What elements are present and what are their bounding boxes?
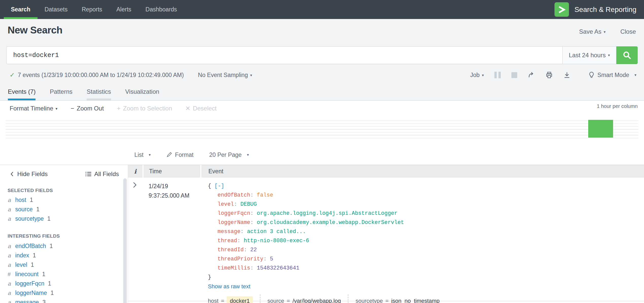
nav-item-alerts[interactable]: Alerts bbox=[109, 0, 138, 19]
summary-host-value[interactable]: docker1 bbox=[227, 296, 253, 303]
field-type-a: a bbox=[8, 262, 15, 268]
brush-icon bbox=[166, 152, 172, 158]
json-key[interactable]: threadId bbox=[218, 247, 244, 253]
check-icon: ✓ bbox=[10, 71, 15, 79]
field-item-endofbatch[interactable]: aendOfBatch1 bbox=[8, 241, 123, 251]
field-item-level[interactable]: alevel1 bbox=[8, 260, 123, 270]
field-item-source[interactable]: asource1 bbox=[8, 205, 123, 214]
field-type-a: a bbox=[8, 216, 15, 222]
printer-icon bbox=[546, 71, 553, 79]
json-value[interactable]: action 3 called... bbox=[247, 229, 306, 235]
json-collapse-toggle[interactable]: [-] bbox=[214, 183, 224, 189]
event-sampling-dropdown[interactable]: No Event Sampling▾ bbox=[198, 72, 252, 79]
field-item-loggerfqcn[interactable]: aloggerFqcn1 bbox=[8, 279, 123, 288]
results-toolbar: List▾ Format 20 Per Page▾ bbox=[134, 148, 249, 161]
time-range-picker[interactable]: Last 24 hours▾ bbox=[563, 46, 616, 64]
download-icon bbox=[563, 71, 570, 79]
caret-down-icon: ▾ bbox=[604, 30, 606, 34]
show-raw-text-link[interactable]: Show as raw text bbox=[208, 283, 639, 290]
timeline-controls: Format Timeline▾ −Zoom Out +Zoom to Sele… bbox=[0, 101, 644, 118]
stop-job-button[interactable] bbox=[511, 72, 517, 78]
tab-patterns[interactable]: Patterns bbox=[50, 88, 72, 100]
json-key[interactable]: timeMillis bbox=[218, 265, 250, 271]
json-value[interactable]: 1548322643641 bbox=[257, 265, 299, 271]
events-timeline-chart[interactable] bbox=[6, 119, 638, 141]
nav-item-dashboards[interactable]: Dashboards bbox=[138, 0, 184, 19]
app-brand[interactable]: Search & Reporting bbox=[554, 0, 644, 19]
pause-job-button[interactable] bbox=[494, 72, 501, 78]
job-menu[interactable]: Job▾ bbox=[470, 72, 484, 79]
per-page-dropdown[interactable]: 20 Per Page▾ bbox=[209, 152, 249, 158]
field-item-host[interactable]: ahost1 bbox=[8, 195, 123, 205]
app-nav-bar: Search Datasets Reports Alerts Dashboard… bbox=[0, 0, 644, 19]
minus-icon: − bbox=[71, 105, 74, 112]
tab-visualization[interactable]: Visualization bbox=[125, 88, 159, 100]
close-button[interactable]: Close bbox=[620, 28, 636, 35]
json-key[interactable]: endOfBatch bbox=[218, 192, 250, 198]
json-value[interactable]: DEBUG bbox=[240, 201, 257, 207]
json-value[interactable]: org.cloudacademy.example.webapp.DockerSe… bbox=[257, 219, 404, 225]
json-value[interactable]: false bbox=[257, 192, 273, 198]
search-button[interactable] bbox=[616, 46, 638, 64]
fields-sidebar: Hide Fields All Fields SELECTED FIELDS a… bbox=[0, 165, 128, 303]
column-header-time: Time bbox=[144, 165, 200, 178]
chevron-right-icon bbox=[132, 182, 137, 188]
caret-down-icon: ▾ bbox=[482, 73, 484, 78]
x-icon: ✕ bbox=[185, 105, 190, 112]
search-mode-dropdown[interactable]: Smart Mode▾ bbox=[589, 72, 636, 79]
all-fields-button[interactable]: All Fields bbox=[85, 171, 119, 178]
fields-scrollbar[interactable] bbox=[123, 178, 127, 303]
expand-event-button[interactable] bbox=[132, 182, 137, 188]
json-value[interactable]: http-nio-8080-exec-6 bbox=[244, 238, 309, 244]
json-key[interactable]: loggerName bbox=[218, 219, 250, 225]
timeline-event-bar[interactable] bbox=[588, 120, 613, 138]
field-item-linecount[interactable]: #linecount1 bbox=[8, 270, 123, 279]
json-value[interactable]: 22 bbox=[250, 247, 257, 253]
summary-sourcetype-value[interactable]: json_no_timestamp bbox=[391, 298, 440, 303]
save-as-button[interactable]: Save As▾ bbox=[579, 28, 606, 35]
nav-item-datasets[interactable]: Datasets bbox=[38, 0, 75, 19]
events-table: i Time Event 1/24/19 9:37:25.000 AM { [-… bbox=[128, 165, 644, 303]
field-item-message[interactable]: amessage3 bbox=[8, 298, 123, 303]
json-key[interactable]: level bbox=[218, 201, 234, 207]
nav-item-reports[interactable]: Reports bbox=[75, 0, 109, 19]
json-value[interactable]: 5 bbox=[270, 256, 273, 262]
interesting-fields-heading: INTERESTING FIELDS bbox=[8, 233, 60, 239]
divider bbox=[260, 294, 260, 303]
summary-sourcetype: sourcetype = json_no_timestamp bbox=[355, 298, 439, 303]
zoom-out-button[interactable]: −Zoom Out bbox=[71, 105, 104, 112]
json-key[interactable]: loggerFqcn bbox=[218, 210, 250, 216]
format-timeline-dropdown[interactable]: Format Timeline▾ bbox=[10, 105, 58, 112]
share-job-button[interactable] bbox=[528, 71, 535, 79]
field-type-a: a bbox=[8, 252, 15, 259]
event-field-summary: host = docker1 source = /var/log/webapp.… bbox=[208, 294, 639, 303]
results-tabs: Events (7) Patterns Statistics Visualiza… bbox=[8, 88, 159, 100]
print-button[interactable] bbox=[546, 71, 553, 79]
summary-source-value[interactable]: /var/log/webapp.log bbox=[293, 298, 341, 303]
export-button[interactable] bbox=[563, 71, 570, 79]
json-value[interactable]: org.apache.logging.log4j.spi.AbstractLog… bbox=[257, 210, 398, 216]
caret-down-icon: ▾ bbox=[608, 53, 610, 58]
summary-host: host = docker1 bbox=[208, 296, 253, 303]
json-key[interactable]: message bbox=[218, 229, 240, 235]
json-key[interactable]: thread bbox=[218, 238, 237, 244]
nav-item-search[interactable]: Search bbox=[4, 0, 38, 19]
json-key[interactable]: threadPriority bbox=[218, 256, 263, 262]
field-item-index[interactable]: aindex1 bbox=[8, 251, 123, 260]
timeline-gridlines bbox=[6, 120, 638, 138]
deselect-button[interactable]: ✕Deselect bbox=[185, 105, 217, 112]
selected-fields-heading: SELECTED FIELDS bbox=[8, 188, 53, 193]
event-json: { [-] endOfBatch: false level: DEBUG log… bbox=[208, 181, 639, 282]
event-row: 1/24/19 9:37:25.000 AM { [-] endOfBatch:… bbox=[128, 178, 644, 301]
summary-source: source = /var/log/webapp.log bbox=[267, 298, 341, 303]
tab-events[interactable]: Events (7) bbox=[8, 88, 35, 100]
format-results-button[interactable]: Format bbox=[166, 152, 193, 158]
field-item-sourcetype[interactable]: asourcetype1 bbox=[8, 214, 123, 223]
list-view-dropdown[interactable]: List▾ bbox=[134, 152, 151, 158]
hide-fields-button[interactable]: Hide Fields bbox=[10, 171, 48, 178]
field-type-a: a bbox=[8, 197, 15, 203]
search-query-input[interactable] bbox=[6, 46, 563, 64]
tab-statistics[interactable]: Statistics bbox=[87, 88, 111, 100]
field-item-loggername[interactable]: aloggerName1 bbox=[8, 288, 123, 298]
zoom-to-selection-button[interactable]: +Zoom to Selection bbox=[117, 105, 172, 112]
